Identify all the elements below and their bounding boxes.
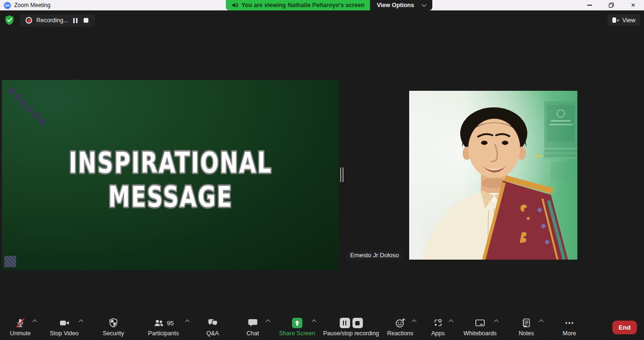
participant-video-tile: [409, 91, 577, 260]
minimize-icon: [587, 5, 592, 5]
view-button-label: View: [622, 17, 635, 24]
whiteboards-icon: [474, 317, 486, 329]
stop-recording-button[interactable]: [83, 17, 89, 24]
slide-title-line2: MESSAGE: [108, 180, 233, 214]
share-screen-label: Share Screen: [279, 330, 315, 337]
deco-square: [33, 113, 39, 119]
participant-portrait: [409, 91, 577, 260]
recording-indicator: Recording...: [20, 14, 95, 26]
view-button[interactable]: View: [608, 14, 640, 26]
zoom-meeting-window: zm Zoom Meeting ✕ You are viewing Nathal…: [0, 0, 644, 340]
restore-icon: [609, 2, 614, 8]
mic-muted-icon: [15, 317, 26, 329]
end-meeting-button[interactable]: End: [612, 321, 637, 334]
close-icon: ✕: [631, 2, 635, 9]
qa-label: Q&A: [206, 330, 219, 337]
viewing-status: You are viewing Nathalie Peñaroyo's scre…: [226, 0, 370, 10]
share-screen-icon: [292, 318, 302, 328]
security-shield-icon: [108, 317, 119, 329]
deco-square: [39, 119, 45, 125]
screen-share-banner: You are viewing Nathalie Peñaroyo's scre…: [226, 0, 432, 10]
deco-square: [15, 94, 21, 100]
shield-check-icon: [4, 15, 15, 26]
minimize-button[interactable]: [579, 0, 601, 10]
pause-recording-button[interactable]: [72, 17, 78, 24]
more-label: More: [563, 330, 576, 337]
recording-label: Recording...: [36, 17, 68, 24]
more-button[interactable]: More: [541, 317, 598, 337]
stop-icon: [84, 18, 88, 23]
deco-square: [9, 88, 15, 94]
pause-recording-icon: [340, 318, 350, 328]
participants-count: 95: [167, 320, 173, 327]
chat-label: Chat: [247, 330, 259, 337]
view-options-button[interactable]: View Options: [370, 0, 432, 10]
unmute-label: Unmute: [10, 330, 31, 337]
view-layout-icon: [612, 17, 619, 23]
zoom-logo-icon: zm: [4, 2, 11, 9]
panel-resize-handle[interactable]: [340, 167, 343, 182]
slide-title-line1: INSPIRATIONAL: [69, 146, 272, 180]
deco-square-large: [4, 256, 16, 267]
more-icon: [564, 317, 575, 329]
deco-square: [21, 100, 27, 106]
participants-icon: [153, 317, 164, 329]
pause-icon: [73, 18, 77, 23]
slide-title-art: INSPIRATIONAL MESSAGE: [2, 80, 339, 270]
participant-name-label: Ernesto Jr Doloso: [346, 250, 403, 260]
reactions-icon: [395, 317, 406, 329]
stop-video-button[interactable]: Stop Video: [36, 317, 93, 337]
participants-label: Participants: [148, 330, 179, 337]
meeting-toolbar: Unmute Stop Video Security: [0, 313, 644, 340]
qa-icon: [206, 317, 219, 329]
pause-stop-recording-label: Pause/stop recording: [323, 330, 379, 337]
viewing-banner-text: You are viewing Nathalie Peñaroyo's scre…: [241, 2, 364, 9]
stop-video-label: Stop Video: [50, 330, 79, 337]
security-label: Security: [103, 330, 124, 337]
record-icon: [26, 17, 32, 24]
apps-icon: [432, 317, 444, 329]
window-title: Zoom Meeting: [14, 2, 51, 9]
participants-button[interactable]: 95 Participants: [135, 317, 192, 337]
close-button[interactable]: ✕: [622, 0, 644, 10]
zoom-logo-text: zm: [5, 4, 10, 7]
chat-icon: [247, 317, 258, 329]
deco-square: [27, 106, 33, 113]
notes-label: Notes: [519, 330, 534, 337]
chevron-down-icon: [422, 2, 427, 7]
security-button[interactable]: Security: [85, 317, 142, 337]
stop-recording-icon: [352, 318, 363, 328]
speaker-icon: [232, 2, 239, 9]
shared-screen-slide: INSPIRATIONAL MESSAGE: [2, 80, 339, 270]
whiteboards-label: Whiteboards: [464, 330, 497, 337]
restore-button[interactable]: [601, 0, 622, 10]
camera-icon: [59, 317, 70, 329]
apps-label: Apps: [431, 330, 445, 337]
view-options-label: View Options: [377, 2, 414, 9]
encryption-shield-button[interactable]: [4, 15, 15, 26]
notes-icon: [521, 317, 532, 329]
